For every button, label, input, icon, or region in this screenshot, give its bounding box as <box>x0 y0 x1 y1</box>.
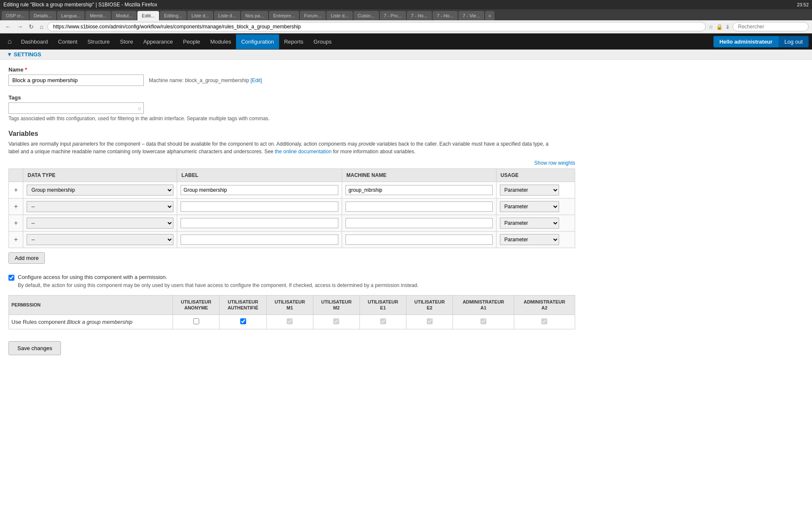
var-row-0-mname-input[interactable] <box>346 185 493 195</box>
tags-input[interactable] <box>8 102 144 114</box>
var-row-0-dtype-select[interactable]: Group membership <box>27 185 173 196</box>
tab-6[interactable]: Editing... <box>160 11 187 20</box>
bookmark-icon[interactable]: ☆ <box>708 24 713 30</box>
var-row-3-dtype-select[interactable]: -- <box>27 234 173 245</box>
tab-11[interactable]: Forum... <box>300 11 326 20</box>
configure-access-label[interactable]: Configure access for using this componen… <box>8 274 575 281</box>
tab-more[interactable]: » <box>485 11 494 20</box>
perm-row-0-e1 <box>359 315 406 329</box>
tab-9[interactable]: Nos pa... <box>241 11 268 20</box>
var-row-3-usage-select[interactable]: Parameter <box>500 234 559 245</box>
tags-input-wrap: ○ <box>8 102 144 114</box>
perm-cb-anonyme[interactable] <box>193 318 199 324</box>
settings-breadcrumb[interactable]: ▼ SETTINGS <box>7 51 41 58</box>
tab-0[interactable]: OSP cr... <box>2 11 29 20</box>
name-field-group: Name * Machine name: block_a_group_membe… <box>8 66 575 86</box>
nav-configuration[interactable]: Configuration <box>236 34 279 49</box>
tab-12[interactable]: Liste d... <box>326 11 353 20</box>
perm-cb-m2[interactable] <box>333 318 339 324</box>
perm-cb-m1[interactable] <box>287 318 293 324</box>
perm-row-0-e2 <box>406 315 453 329</box>
var-row-0-usage-select[interactable]: Parameter Provided <box>500 185 559 196</box>
perm-cb-a2[interactable] <box>541 318 547 324</box>
search-input[interactable] <box>732 22 809 31</box>
var-row-2-mname-input[interactable] <box>346 218 493 228</box>
show-row-weights: Show row weights <box>8 160 575 166</box>
tab-8[interactable]: Liste d... <box>214 11 240 20</box>
var-row-1-usage-select[interactable]: Parameter <box>500 201 559 212</box>
var-row-1-label <box>177 199 342 215</box>
forward-button[interactable]: → <box>15 22 25 31</box>
var-row-2-plus[interactable]: + <box>9 215 23 232</box>
tab-4[interactable]: Modul... <box>112 11 137 20</box>
tab-2[interactable]: Langua... <box>57 11 85 20</box>
nav-modules[interactable]: Modules <box>205 34 236 49</box>
nav-reports[interactable]: Reports <box>279 34 309 49</box>
show-row-weights-link[interactable]: Show row weights <box>534 160 575 166</box>
perm-cb-e1[interactable] <box>380 318 386 324</box>
var-row-3-plus[interactable]: + <box>9 232 23 248</box>
nav-appearance[interactable]: Appearance <box>138 34 178 49</box>
nav-right: Hello administrateur Log out <box>713 36 809 47</box>
var-row-2-usage-select[interactable]: Parameter <box>500 218 559 229</box>
tab-17[interactable]: 7 - Vie... <box>458 11 484 20</box>
shield-icon: 🔒 <box>716 24 723 30</box>
var-row-2-usage: Parameter <box>496 215 575 232</box>
back-button[interactable]: ← <box>3 22 13 31</box>
configure-access-checkbox[interactable] <box>8 275 14 281</box>
var-row-0-plus[interactable]: + <box>9 182 23 199</box>
nav-store[interactable]: Store <box>115 34 138 49</box>
perm-row-0-authentifie <box>219 315 266 329</box>
var-row-3-mname <box>342 232 496 248</box>
var-row-1-mname-input[interactable] <box>346 202 493 212</box>
var-row-1-plus[interactable]: + <box>9 199 23 215</box>
name-required: * <box>25 66 27 73</box>
tab-3[interactable]: Memb... <box>85 11 111 20</box>
home-button[interactable]: ⌂ <box>38 22 45 31</box>
var-row-2-dtype-select[interactable]: -- <box>27 218 173 229</box>
save-button[interactable]: Save changes <box>8 341 61 355</box>
nav-people[interactable]: People <box>178 34 205 49</box>
nav-groups[interactable]: Groups <box>308 34 337 49</box>
name-label: Name * <box>8 66 575 73</box>
tab-13[interactable]: Cuisin... <box>354 11 379 20</box>
reload-button[interactable]: ↻ <box>27 22 36 31</box>
address-bar: ← → ↻ ⌂ ☆ 🔒 ⇓ <box>0 20 812 33</box>
logout-button[interactable]: Log out <box>779 36 809 47</box>
nav-structure[interactable]: Structure <box>82 34 115 49</box>
perm-header-e2: UTILISATEURE2 <box>406 295 453 315</box>
nav-content[interactable]: Content <box>53 34 82 49</box>
perm-cb-authentifie[interactable] <box>240 318 246 324</box>
perm-row-0-m2 <box>313 315 359 329</box>
var-row-3-label-input[interactable] <box>181 235 338 245</box>
download-icon[interactable]: ⇓ <box>725 24 730 30</box>
tab-15[interactable]: 7 - Ho... <box>407 11 432 20</box>
variables-doc-link[interactable]: the online documentation <box>275 149 332 155</box>
perm-header-a2: ADMINISTRATEURA2 <box>514 295 575 315</box>
add-more-button[interactable]: Add more <box>8 252 45 264</box>
tab-14[interactable]: 7 - Pro... <box>380 11 406 20</box>
var-row-0-label-input[interactable] <box>181 185 338 195</box>
perm-cb-a1[interactable] <box>480 318 486 324</box>
perm-row-0-m1 <box>266 315 313 329</box>
var-row-3-label <box>177 232 342 248</box>
perm-header-a1: ADMINISTRATEURA1 <box>453 295 514 315</box>
tab-5[interactable]: Editi... <box>137 11 159 20</box>
home-nav-icon[interactable]: ⌂ <box>3 33 16 50</box>
var-row-1-label-input[interactable] <box>181 202 338 212</box>
var-row-2-mname <box>342 215 496 232</box>
address-input[interactable] <box>47 22 706 31</box>
tab-16[interactable]: 7 - Ho... <box>433 11 458 20</box>
tab-1[interactable]: Details... <box>30 11 56 20</box>
nav-dashboard[interactable]: Dashboard <box>16 34 53 49</box>
var-row-1-dtype-select[interactable]: -- <box>27 201 173 212</box>
name-input[interactable] <box>8 75 144 86</box>
tags-field-group: Tags ○ Tags associated with this configu… <box>8 94 575 121</box>
machine-name-edit-link[interactable]: [Edit] <box>250 77 262 83</box>
var-row-2-label-input[interactable] <box>181 218 338 228</box>
var-row-3-mname-input[interactable] <box>346 235 493 245</box>
perm-cb-e2[interactable] <box>427 318 433 324</box>
tab-10[interactable]: Entrepre... <box>269 11 299 20</box>
tab-7[interactable]: Liste d... <box>187 11 214 20</box>
configure-access-section: Configure access for using this componen… <box>8 274 575 288</box>
